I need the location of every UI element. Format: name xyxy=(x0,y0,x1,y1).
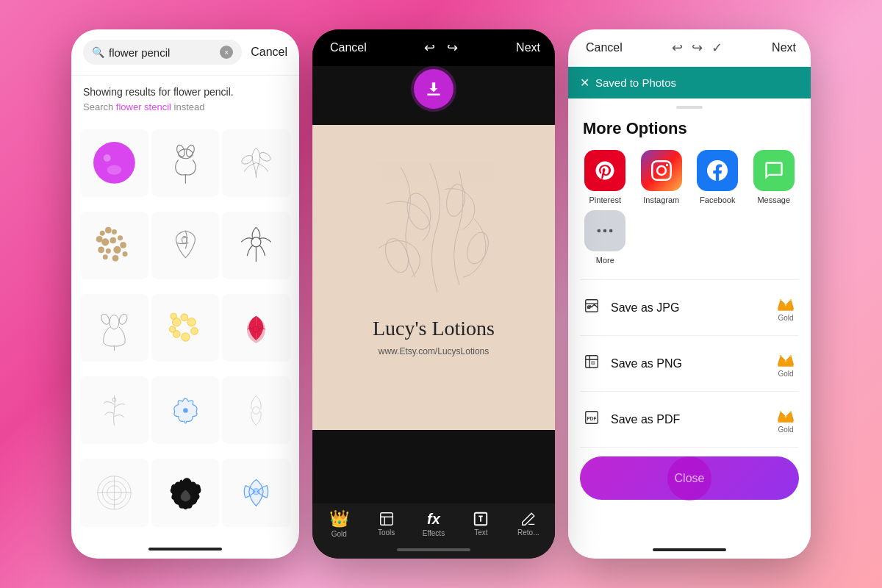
grid-item-14[interactable] xyxy=(151,459,220,527)
svg-point-71 xyxy=(790,355,792,357)
share-more[interactable]: More xyxy=(580,210,631,265)
grid-item-4[interactable] xyxy=(80,212,148,280)
grid-item-10[interactable] xyxy=(80,376,148,445)
search-bar[interactable]: 🔍 flower pencil × xyxy=(83,40,242,65)
svg-rect-75 xyxy=(778,420,794,423)
download-button[interactable] xyxy=(414,69,453,109)
jpg-gold-badge: Gold xyxy=(775,293,796,322)
facebook-label: Facebook xyxy=(700,196,735,204)
share-checkmark-button[interactable]: ✓ xyxy=(711,40,723,56)
jpg-icon xyxy=(583,298,600,318)
save-png-option[interactable]: Save as PNG Gold xyxy=(568,339,811,388)
undo-button[interactable]: ↩ xyxy=(424,40,435,56)
suggestion-link[interactable]: flower stencil xyxy=(116,101,171,112)
divider-4 xyxy=(580,447,799,448)
svg-point-12 xyxy=(96,237,102,243)
grid-item-8[interactable] xyxy=(151,294,220,362)
canvas-title: Lucy's Lotions xyxy=(373,317,495,340)
search-icon: 🔍 xyxy=(92,46,104,58)
divider-3 xyxy=(580,391,799,392)
share-next-button[interactable]: Next xyxy=(772,41,796,54)
toolbar-text-label: Text xyxy=(474,528,487,537)
svg-point-15 xyxy=(118,236,122,240)
share-redo-button[interactable]: ↪ xyxy=(692,40,703,56)
svg-point-6 xyxy=(184,144,196,158)
toolbar-tools[interactable]: Tools xyxy=(367,511,406,537)
svg-point-9 xyxy=(100,231,104,235)
phone-2: Cancel ↩ ↪ Next xyxy=(312,29,555,559)
editor-next-button[interactable]: Next xyxy=(516,41,540,54)
share-undo-button[interactable]: ↩ xyxy=(672,40,683,56)
grid-item-7[interactable] xyxy=(80,294,148,362)
results-summary: Showing results for flower pencil. Searc… xyxy=(71,76,299,123)
svg-point-36 xyxy=(169,326,175,332)
svg-point-26 xyxy=(110,315,119,329)
close-button[interactable]: Close xyxy=(580,456,799,500)
message-icon xyxy=(753,150,795,191)
svg-point-64 xyxy=(790,299,792,301)
canvas-bottom-section xyxy=(312,430,555,503)
share-message[interactable]: Message xyxy=(749,150,800,204)
close-button-label[interactable]: Close xyxy=(667,456,711,501)
saved-banner-close[interactable]: ✕ xyxy=(580,76,589,90)
toolbar-effects[interactable]: fx Effects xyxy=(414,511,453,537)
grid-item-15[interactable] xyxy=(222,459,290,527)
share-facebook[interactable]: Facebook xyxy=(692,150,743,204)
svg-point-22 xyxy=(123,252,127,257)
svg-point-17 xyxy=(114,247,121,254)
svg-point-20 xyxy=(103,255,107,259)
home-indicator xyxy=(148,548,222,551)
svg-point-14 xyxy=(110,237,116,243)
grid-item-6[interactable] xyxy=(222,212,290,280)
save-png-label: Save as PNG xyxy=(611,357,765,370)
grid-item-5[interactable] xyxy=(151,212,220,280)
more-label: More xyxy=(596,256,614,265)
grid-item-11[interactable] xyxy=(151,376,220,445)
editor-toolbar: 👑 Gold Tools fx Effects Text xyxy=(312,503,555,541)
phone1-bottom-bar xyxy=(71,544,299,559)
svg-point-32 xyxy=(187,318,195,326)
grid-item-3[interactable] xyxy=(222,129,290,198)
share-instagram[interactable]: Instagram xyxy=(637,150,687,204)
instagram-label: Instagram xyxy=(643,196,679,204)
save-jpg-option[interactable]: Save as JPG Gold xyxy=(568,283,811,332)
home-indicator-2 xyxy=(397,548,470,551)
share-pinterest[interactable]: Pinterest xyxy=(580,150,631,204)
clear-search-button[interactable]: × xyxy=(220,46,233,59)
editor-cancel-button[interactable]: Cancel xyxy=(327,41,367,54)
grid-item-12[interactable] xyxy=(222,376,290,445)
toolbar-text[interactable]: Text xyxy=(461,511,501,537)
pdf-gold-text: Gold xyxy=(778,426,793,434)
canvas-design-area[interactable]: Lucy's Lotions www.Etsy.com/LucysLotions xyxy=(312,125,555,430)
grid-item-9[interactable] xyxy=(222,294,290,362)
grid-item-13[interactable] xyxy=(80,459,148,527)
svg-point-37 xyxy=(254,326,259,332)
more-icon xyxy=(584,210,625,251)
grid-item-2[interactable] xyxy=(151,129,220,198)
share-cancel-button[interactable]: Cancel xyxy=(583,41,623,54)
svg-point-38 xyxy=(112,398,116,401)
home-indicator-3 xyxy=(653,548,726,551)
pinterest-icon xyxy=(584,150,625,191)
instagram-icon xyxy=(641,150,682,191)
cancel-button[interactable]: Cancel xyxy=(248,46,287,59)
saved-to-photos-text: Saved to Photos xyxy=(595,76,676,89)
results-grid xyxy=(71,123,299,545)
canvas-subtitle: www.Etsy.com/LucysLotions xyxy=(373,346,495,356)
grid-item-1[interactable] xyxy=(80,129,148,198)
share-topbar-icons: ↩ ↪ ✓ xyxy=(672,40,723,56)
svg-point-49 xyxy=(381,235,413,276)
toolbar-gold[interactable]: 👑 Gold xyxy=(319,509,359,538)
svg-point-69 xyxy=(780,355,782,357)
svg-point-56 xyxy=(603,229,607,233)
toolbar-retouch[interactable]: Reto... xyxy=(509,511,548,537)
pinterest-label: Pinterest xyxy=(589,196,621,204)
pdf-icon: PDF xyxy=(583,409,600,429)
png-gold-badge: Gold xyxy=(775,349,796,378)
redo-button[interactable]: ↪ xyxy=(447,40,458,56)
canvas-area: Lucy's Lotions www.Etsy.com/LucysLotions xyxy=(312,66,555,503)
svg-point-0 xyxy=(93,142,135,184)
toolbar-effects-label: Effects xyxy=(423,529,445,537)
svg-rect-66 xyxy=(592,362,595,365)
save-pdf-option[interactable]: PDF Save as PDF Gold xyxy=(568,395,811,444)
